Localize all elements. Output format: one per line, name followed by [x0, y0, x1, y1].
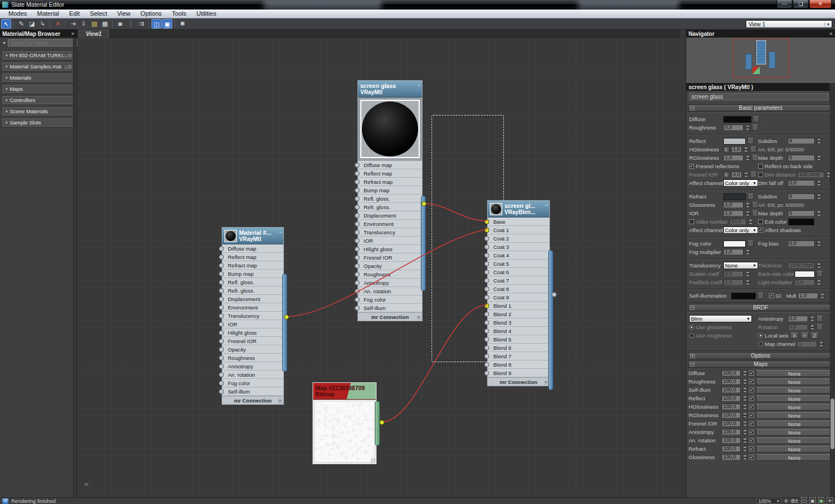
slot-socket[interactable]: [484, 320, 489, 325]
pan-to-selected-icon[interactable]: ✛: [827, 497, 833, 504]
layout-children-icon[interactable]: [136, 19, 146, 29]
spinner[interactable]: [816, 262, 822, 269]
map-enable-checkbox[interactable]: [749, 429, 754, 434]
node-slot[interactable]: Coat 4: [488, 251, 549, 260]
node-slot[interactable]: Hilight gloss: [358, 245, 422, 253]
tab-view1[interactable]: View1: [79, 30, 109, 38]
map-slot-button[interactable]: None: [756, 370, 833, 377]
spinner[interactable]: [742, 454, 747, 460]
slot-socket[interactable]: [219, 297, 224, 302]
roughness-map-button[interactable]: [752, 124, 758, 131]
node-side-tab[interactable]: [421, 196, 426, 291]
refract-max-depth-field[interactable]: 5: [788, 210, 815, 216]
node-slot[interactable]: IOR: [222, 320, 283, 329]
spinner[interactable]: [810, 324, 815, 330]
node-slot[interactable]: Blend 4: [488, 327, 549, 335]
spinner[interactable]: [742, 446, 747, 452]
map-slot-button[interactable]: None: [756, 387, 833, 394]
spinner[interactable]: [745, 124, 750, 131]
hglossiness-field[interactable]: 1,0: [731, 146, 742, 152]
map-enable-checkbox[interactable]: [749, 446, 754, 451]
slot-socket[interactable]: [355, 179, 360, 184]
node-slot[interactable]: Fog color: [222, 379, 283, 387]
map-enable-checkbox[interactable]: [749, 421, 754, 426]
map-slot-button[interactable]: None: [756, 446, 833, 452]
zoom-level-dropdown[interactable]: 105%: [756, 498, 781, 504]
map-slot-button[interactable]: None: [756, 437, 833, 444]
filter-icon[interactable]: [2, 41, 6, 45]
abbe-number-field[interactable]: 50,0: [730, 219, 746, 225]
map-enable-checkbox[interactable]: [749, 379, 754, 384]
menu-select[interactable]: Select: [85, 10, 112, 18]
gi-checkbox[interactable]: [769, 293, 774, 298]
ior-map-button[interactable]: [752, 210, 758, 216]
spinner[interactable]: [745, 210, 750, 216]
fresnel-ior-field[interactable]: 4,0: [731, 172, 742, 178]
fog-color-swatch[interactable]: [723, 241, 746, 247]
map-amount-field[interactable]: 100,0: [722, 412, 741, 418]
node-slot[interactable]: Opacity: [358, 262, 422, 270]
slot-socket[interactable]: [355, 171, 360, 176]
scatter-coeff-field[interactable]: 0,0: [723, 271, 744, 277]
node-slot[interactable]: Fresnel IOR: [358, 253, 422, 262]
put-to-library-icon[interactable]: [27, 19, 37, 29]
map-amount-field[interactable]: 100,0: [722, 378, 741, 385]
parameter-editor-toggle-icon[interactable]: [162, 19, 172, 29]
spinner[interactable]: [810, 316, 815, 322]
node-slot[interactable]: Opacity: [222, 345, 283, 354]
backside-map-button[interactable]: [816, 271, 823, 277]
map-channel-radio[interactable]: [758, 341, 763, 346]
slot-socket[interactable]: [484, 228, 489, 233]
node-slot[interactable]: Environment: [358, 220, 422, 228]
slot-socket[interactable]: [355, 238, 360, 243]
spinner[interactable]: [816, 241, 822, 247]
browser-group-item[interactable]: + RH 802-GRAM TURKI.. LIB: [2, 51, 75, 59]
node-slot[interactable]: Roughness: [358, 270, 422, 279]
node-slot[interactable]: Fresnel IOR: [222, 337, 283, 345]
parameter-scrollbar[interactable]: [830, 83, 835, 497]
node-slot[interactable]: Diffuse map: [222, 244, 283, 253]
menu-modes[interactable]: Modes: [3, 10, 32, 18]
close-icon[interactable]: [71, 31, 75, 36]
node-side-tab[interactable]: [282, 274, 287, 372]
navigator-selected-node-thumb[interactable]: [756, 40, 766, 64]
slot-socket[interactable]: [484, 295, 489, 300]
scrollbar-thumb[interactable]: [831, 399, 834, 449]
maximize-button[interactable]: [793, 0, 809, 8]
roughness-field[interactable]: 0,0: [723, 124, 744, 131]
refract-subdivs-field[interactable]: 8: [788, 193, 815, 200]
slot-socket[interactable]: [484, 337, 489, 342]
node-slot[interactable]: Self-illum: [222, 387, 283, 396]
reflect-color-swatch[interactable]: [723, 138, 746, 145]
spinner[interactable]: [745, 155, 750, 161]
dim-fall-off-field[interactable]: 0,0: [788, 180, 815, 186]
spinner[interactable]: [745, 249, 750, 255]
axis-z-button[interactable]: Z: [810, 332, 819, 339]
slot-socket[interactable]: [219, 347, 224, 352]
browser-scrollbar[interactable]: [73, 38, 77, 497]
zoom-extents-icon[interactable]: ▣: [809, 497, 816, 504]
use-roughness-radio[interactable]: [689, 333, 694, 338]
refract-map-button[interactable]: [747, 193, 754, 200]
rotation-map-button[interactable]: [816, 324, 823, 330]
dim-distance-field[interactable]: 100,0mm: [797, 172, 824, 178]
node-header[interactable]: screen glass VRayMtl: [358, 81, 422, 98]
node-slot[interactable]: Blend 7: [488, 352, 549, 360]
output-socket-material1[interactable]: [284, 315, 289, 320]
refract-color-swatch[interactable]: [723, 193, 746, 200]
node-slot[interactable]: Roughness: [222, 354, 283, 362]
node-slot[interactable]: Coat 8: [488, 285, 549, 293]
hglossiness-map-button[interactable]: [750, 146, 756, 152]
fwd-bck-coeff-field[interactable]: 1,0: [723, 279, 744, 285]
node-graph-canvas[interactable]: ○○ Material #... VRayMtl Diffuse map Ref…: [77, 38, 680, 497]
slot-socket[interactable]: [219, 263, 224, 268]
spinner[interactable]: [742, 387, 747, 393]
node-slot[interactable]: Bump map: [222, 270, 283, 278]
slot-socket[interactable]: [355, 230, 360, 235]
spinner[interactable]: [742, 437, 747, 443]
rglossiness-map-button[interactable]: [752, 155, 758, 161]
mr-connection-row[interactable]: mr Connection: [488, 377, 549, 386]
map-slot-button[interactable]: None: [756, 395, 833, 402]
select-by-material-icon[interactable]: [177, 19, 187, 29]
node-slot[interactable]: Coat 9: [488, 293, 549, 302]
